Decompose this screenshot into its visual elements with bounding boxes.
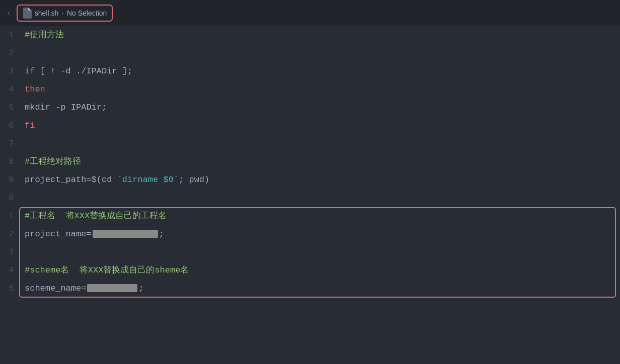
breadcrumb-box: shell.sh › No Selection: [17, 5, 113, 22]
code-line-1: 1 #使用方法: [0, 26, 620, 44]
line-content-14: #scheme名 将XXX替换成自己的sheme名: [23, 261, 620, 280]
code-line-11: 1 #工程名 将XXX替换成自己的工程名: [0, 207, 620, 225]
line-content-12: project_name=;: [23, 225, 620, 243]
code-line-14: 4 #scheme名 将XXX替换成自己的sheme名: [0, 261, 620, 280]
line-content-5: mkdir -p IPADir;: [23, 99, 620, 117]
file-icon: [23, 8, 32, 19]
line-number-7: 7: [0, 135, 23, 153]
code-line-5: 5 mkdir -p IPADir;: [0, 99, 620, 117]
line-number-6: 6: [0, 117, 23, 135]
line-content-9: project_path=$(cd `dirname $0`; pwd): [23, 171, 620, 189]
line-number-5: 5: [0, 99, 23, 117]
code-line-13: 3: [0, 243, 620, 261]
title-bar: ‹ shell.sh › No Selection: [0, 0, 620, 26]
line-content-3: if [ ! -d ./IPADir ];: [23, 62, 620, 80]
code-line-8: 8 #工程绝对路径: [0, 153, 620, 171]
line-number-12: 2: [0, 225, 23, 243]
line-number-2: 2: [0, 44, 23, 62]
line-content-6: fi: [23, 117, 620, 135]
line-number-9: 9: [0, 171, 23, 189]
code-line-10: 0: [0, 189, 620, 207]
breadcrumb-selection: No Selection: [67, 9, 107, 17]
line-number-13: 3: [0, 243, 23, 261]
code-line-2: 2: [0, 44, 620, 62]
line-number-8: 8: [0, 153, 23, 171]
nav-back-arrow[interactable]: ‹: [6, 8, 12, 18]
code-line-7: 7: [0, 135, 620, 153]
code-line-3: 3 if [ ! -d ./IPADir ];: [0, 62, 620, 80]
highlight-section: 1 #工程名 将XXX替换成自己的工程名 2 project_name=; 3 …: [0, 207, 620, 298]
code-line-4: 4 then: [0, 80, 620, 99]
line-number-14: 4: [0, 261, 23, 280]
line-number-1: 1: [0, 26, 23, 44]
line-content-8: #工程绝对路径: [23, 153, 620, 171]
code-line-9: 9 project_path=$(cd `dirname $0`; pwd): [0, 171, 620, 189]
line-number-3: 3: [0, 62, 23, 80]
line-content-1: #使用方法: [23, 26, 620, 44]
line-number-15: 5: [0, 280, 23, 298]
code-area: 1 #使用方法 2 3 if [ ! -d ./IPADir ]; 4 then…: [0, 26, 620, 364]
line-content-4: then: [23, 80, 620, 99]
line-number-4: 4: [0, 80, 23, 99]
line-content-11: #工程名 将XXX替换成自己的工程名: [23, 207, 620, 225]
line-number-10: 0: [0, 189, 23, 207]
code-line-12: 2 project_name=;: [0, 225, 620, 243]
line-number-11: 1: [0, 207, 23, 225]
breadcrumb-filename: shell.sh: [35, 9, 58, 17]
code-line-6: 6 fi: [0, 117, 620, 135]
breadcrumb-chevron: ›: [61, 9, 64, 17]
code-line-15: 5 scheme_name=;: [0, 280, 620, 298]
line-content-15: scheme_name=;: [23, 280, 620, 298]
